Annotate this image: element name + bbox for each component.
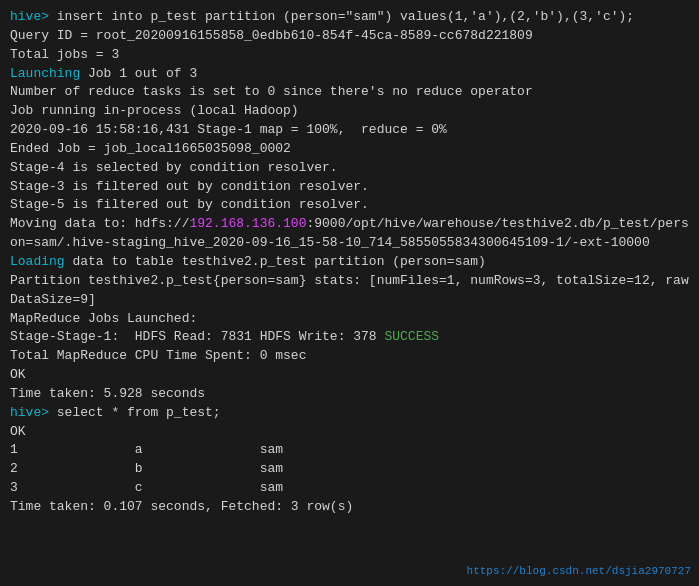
terminal-line: 2020-09-16 15:58:16,431 Stage-1 map = 10…: [10, 121, 689, 140]
terminal-line: 1 a sam: [10, 441, 689, 460]
terminal-line: Launching Job 1 out of 3: [10, 65, 689, 84]
terminal-line: Moving data to: hdfs://192.168.136.100:9…: [10, 215, 689, 253]
terminal-line: 2 b sam: [10, 460, 689, 479]
terminal-line: hive> select * from p_test;: [10, 404, 689, 423]
watermark: https://blog.csdn.net/dsjia2970727: [467, 564, 691, 580]
terminal-line: MapReduce Jobs Launched:: [10, 310, 689, 329]
terminal-line: hive> insert into p_test partition (pers…: [10, 8, 689, 27]
terminal-line: Stage-3 is filtered out by condition res…: [10, 178, 689, 197]
terminal-line: Partition testhive2.p_test{person=sam} s…: [10, 272, 689, 310]
terminal-line: Loading data to table testhive2.p_test p…: [10, 253, 689, 272]
terminal-line: Time taken: 5.928 seconds: [10, 385, 689, 404]
terminal-line: Job running in-process (local Hadoop): [10, 102, 689, 121]
terminal-line: Time taken: 0.107 seconds, Fetched: 3 ro…: [10, 498, 689, 517]
terminal-line: OK: [10, 366, 689, 385]
terminal: hive> insert into p_test partition (pers…: [0, 0, 699, 586]
terminal-line: Stage-Stage-1: HDFS Read: 7831 HDFS Writ…: [10, 328, 689, 347]
terminal-line: Number of reduce tasks is set to 0 since…: [10, 83, 689, 102]
terminal-line: Total jobs = 3: [10, 46, 689, 65]
terminal-line: Stage-4 is selected by condition resolve…: [10, 159, 689, 178]
terminal-line: Query ID = root_20200916155858_0edbb610-…: [10, 27, 689, 46]
terminal-line: Ended Job = job_local1665035098_0002: [10, 140, 689, 159]
terminal-output: hive> insert into p_test partition (pers…: [10, 8, 689, 517]
terminal-line: Stage-5 is filtered out by condition res…: [10, 196, 689, 215]
terminal-line: 3 c sam: [10, 479, 689, 498]
terminal-line: Total MapReduce CPU Time Spent: 0 msec: [10, 347, 689, 366]
terminal-line: OK: [10, 423, 689, 442]
